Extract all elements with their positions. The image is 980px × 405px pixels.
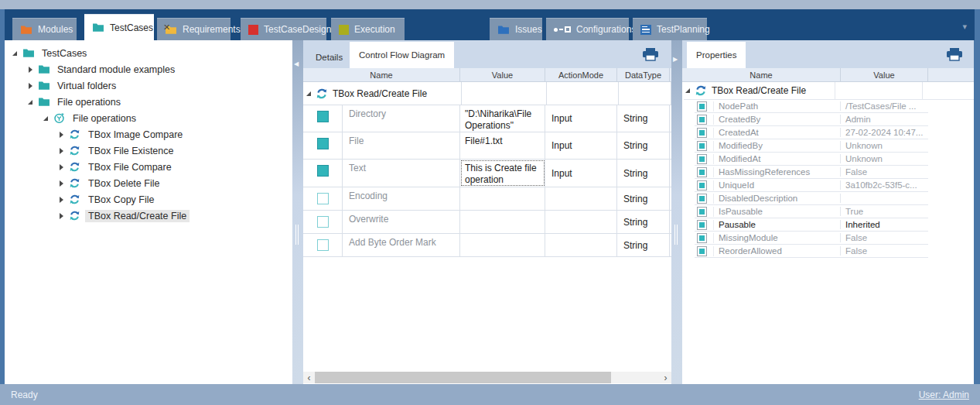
param-value-cell-focused[interactable]: This is Create file operation xyxy=(460,160,545,187)
param-datatype-cell[interactable]: String xyxy=(617,187,670,210)
tab-overflow-caret-icon[interactable]: ▾ xyxy=(962,22,967,32)
close-icon[interactable]: ✕ xyxy=(163,23,170,32)
param-name-cell[interactable]: File xyxy=(343,132,460,159)
param-name-cell[interactable]: Overwrite xyxy=(343,211,460,233)
property-row-disableddescription[interactable]: DisabledDescription xyxy=(695,192,928,205)
scrollbar-track[interactable] xyxy=(611,372,660,383)
param-actionmode-cell[interactable]: Input xyxy=(545,160,617,187)
property-row-uniqueid[interactable]: UniqueId 3a10fb2c-53f5-c... xyxy=(695,179,928,192)
property-value[interactable]: False xyxy=(841,246,927,256)
checkbox-checked-icon[interactable] xyxy=(317,138,329,149)
property-value[interactable]: True xyxy=(841,207,927,216)
param-actionmode-cell[interactable] xyxy=(545,234,617,256)
tab-properties[interactable]: Properties xyxy=(687,42,746,68)
tree-item-tbox-image-compare[interactable]: TBox Image Compare xyxy=(5,126,292,142)
expander-collapsed-icon[interactable] xyxy=(57,180,65,187)
checkbox-unchecked-icon[interactable] xyxy=(317,216,329,228)
expander-collapsed-icon[interactable] xyxy=(57,148,65,154)
properties-root-row[interactable]: TBox Read/Create File xyxy=(684,82,974,100)
property-value[interactable]: False xyxy=(841,167,927,177)
property-value[interactable]: 3a10fb2c-53f5-c... xyxy=(841,180,927,190)
expander-collapsed-icon[interactable] xyxy=(57,213,65,219)
param-actionmode-cell[interactable] xyxy=(545,211,617,233)
tree-item-file-operations-folder[interactable]: File operations xyxy=(5,94,292,110)
tab-modules[interactable]: Modules xyxy=(12,18,77,40)
checkbox-unchecked-icon[interactable] xyxy=(317,193,329,204)
param-datatype-cell[interactable]: String xyxy=(617,132,670,159)
table-row-file[interactable]: File File#1.txt Input String xyxy=(303,132,671,160)
print-icon[interactable] xyxy=(642,48,659,61)
expander-collapsed-icon[interactable] xyxy=(57,164,65,170)
column-header-name[interactable]: Name xyxy=(303,68,460,81)
property-value[interactable]: Unknown xyxy=(841,154,927,163)
property-row-modifiedby[interactable]: ModifiedBy Unknown xyxy=(695,139,928,153)
tab-control-flow-diagram[interactable]: Control Flow Diagram xyxy=(350,42,454,68)
table-row-directory[interactable]: Directory "D:\Niharika\File Operations" … xyxy=(303,105,671,132)
tree-item-tbox-file-existence[interactable]: TBox File Existence xyxy=(5,142,292,159)
scrollbar-thumb[interactable] xyxy=(315,372,611,383)
expander-expanded-icon[interactable] xyxy=(305,91,312,96)
tab-details[interactable]: Details xyxy=(306,46,352,68)
param-actionmode-cell[interactable]: Input xyxy=(545,132,617,159)
param-actionmode-cell[interactable] xyxy=(545,187,617,210)
tree-item-virtual-folders[interactable]: Virtual folders xyxy=(5,77,292,94)
column-header-datatype[interactable]: DataType xyxy=(617,68,670,81)
param-actionmode-cell[interactable]: Input xyxy=(545,105,617,132)
status-user-link[interactable]: User: Admin xyxy=(919,390,969,400)
param-datatype-cell[interactable]: String xyxy=(617,160,670,187)
property-value[interactable]: Unknown xyxy=(841,141,927,150)
checkbox-checked-icon[interactable] xyxy=(317,165,329,177)
table-row-overwrite[interactable]: Overwrite String xyxy=(303,211,671,234)
property-row-ispausable[interactable]: IsPausable True xyxy=(695,205,928,218)
tree-item-tbox-copy-file[interactable]: TBox Copy File xyxy=(5,191,292,208)
property-value[interactable]: /TestCases/File ... xyxy=(841,101,927,111)
tab-testplanning[interactable]: TestPlanning xyxy=(633,18,707,40)
tree-splitter[interactable]: ◀ xyxy=(292,40,303,384)
property-row-createdat[interactable]: CreatedAt 27-02-2024 10:47... xyxy=(695,126,928,139)
tree-item-file-operations-testcase[interactable]: File operations xyxy=(5,110,292,126)
expander-expanded-icon[interactable] xyxy=(42,116,50,121)
details-root-row[interactable]: TBox Read/Create File xyxy=(303,82,671,105)
tab-execution[interactable]: Execution xyxy=(331,18,405,40)
scroll-right-icon[interactable]: › xyxy=(660,372,671,383)
print-icon[interactable] xyxy=(946,48,963,61)
tree-item-testcases[interactable]: TestCases xyxy=(5,45,292,61)
param-value-cell[interactable]: "D:\Niharika\File Operations" xyxy=(460,105,545,132)
property-row-pausable[interactable]: Pausable Inherited xyxy=(695,218,928,232)
tree-item-tbox-read-create-file[interactable]: TBox Read/Create File xyxy=(5,208,292,224)
tree-item-tbox-delete-file[interactable]: TBox Delete File xyxy=(5,175,292,191)
tab-issues[interactable]: Issues xyxy=(490,18,542,40)
expander-expanded-icon[interactable] xyxy=(684,88,691,93)
splitter-grip[interactable] xyxy=(295,225,300,245)
expander-collapsed-icon[interactable] xyxy=(57,197,65,203)
param-name-cell[interactable]: Directory xyxy=(343,105,460,132)
collapse-left-icon[interactable]: ◀ xyxy=(294,60,299,67)
tree-item-standard-module-examples[interactable]: Standard module examples xyxy=(5,61,292,77)
tab-configurations[interactable]: Configurations xyxy=(546,18,629,40)
expander-collapsed-icon[interactable] xyxy=(57,132,65,138)
collapse-right-icon[interactable]: ▶ xyxy=(673,56,678,63)
param-datatype-cell[interactable]: String xyxy=(617,211,670,233)
property-row-modifiedat[interactable]: ModifiedAt Unknown xyxy=(695,153,928,166)
property-value[interactable]: Admin xyxy=(841,115,927,124)
column-header-name[interactable]: Name xyxy=(682,68,841,81)
param-value-cell[interactable] xyxy=(460,234,545,256)
param-name-cell[interactable]: Encoding xyxy=(343,187,460,210)
tab-testcases[interactable]: TestCases ✕ xyxy=(84,14,154,40)
tab-testcasedesign[interactable]: TestCaseDesign xyxy=(241,18,326,40)
horizontal-scrollbar[interactable]: ‹ › xyxy=(303,372,671,383)
param-datatype-cell[interactable]: String xyxy=(617,234,670,256)
property-value[interactable]: Inherited xyxy=(841,220,927,229)
checkbox-checked-icon[interactable] xyxy=(317,111,329,122)
property-row-missingmodule[interactable]: MissingModule False xyxy=(695,232,928,245)
tree-item-tbox-file-compare[interactable]: TBox File Compare xyxy=(5,159,292,175)
checkbox-unchecked-icon[interactable] xyxy=(317,239,329,251)
column-header-actionmode[interactable]: ActionMode xyxy=(545,68,617,81)
column-header-value[interactable]: Value xyxy=(841,68,928,81)
expander-expanded-icon[interactable] xyxy=(26,100,34,105)
property-value[interactable]: 27-02-2024 10:47... xyxy=(841,128,927,137)
column-header-value[interactable]: Value xyxy=(460,68,545,81)
param-value-cell[interactable] xyxy=(460,211,545,233)
param-datatype-cell[interactable]: String xyxy=(617,105,670,132)
param-name-cell[interactable]: Text xyxy=(343,160,460,187)
